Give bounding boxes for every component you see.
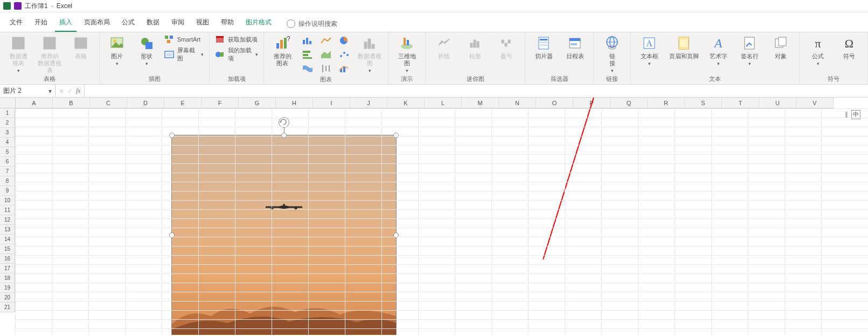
column-header[interactable]: M: [462, 98, 499, 108]
row-header[interactable]: 19: [0, 283, 15, 293]
link-button[interactable]: 链 接▾: [599, 35, 625, 73]
fx-icon[interactable]: fx: [76, 87, 81, 95]
scatter-chart-button[interactable]: [337, 49, 351, 60]
pie-chart-button[interactable]: [337, 35, 351, 46]
bar-chart-button[interactable]: [301, 49, 315, 60]
tab-insert[interactable]: 插入: [55, 16, 77, 32]
get-addins-button[interactable]: 获取加载项: [215, 35, 258, 44]
tab-formulas[interactable]: 公式: [117, 16, 139, 32]
column-header[interactable]: F: [202, 98, 239, 108]
pictures-button[interactable]: 图片▾: [105, 35, 129, 66]
row-header[interactable]: 4: [0, 138, 15, 147]
textbox-button[interactable]: A 文本框▾: [636, 35, 662, 66]
column-header[interactable]: K: [387, 98, 425, 108]
column-header[interactable]: Q: [610, 98, 648, 108]
line-chart-button[interactable]: [319, 35, 333, 46]
resize-handle-ne[interactable]: [393, 133, 399, 138]
column-header[interactable]: O: [536, 98, 573, 108]
tab-file[interactable]: 文件: [5, 16, 27, 32]
row-header[interactable]: 8: [0, 176, 15, 186]
row-header[interactable]: 15: [0, 244, 15, 254]
map-chart-button[interactable]: [301, 63, 315, 74]
column-header[interactable]: P: [573, 98, 610, 108]
resize-handle-nw[interactable]: [169, 133, 175, 138]
tab-home[interactable]: 开始: [30, 16, 52, 32]
picture-icon: [108, 35, 126, 52]
row-header[interactable]: 17: [0, 264, 15, 273]
equation-button[interactable]: π 公式▾: [805, 35, 831, 66]
row-header[interactable]: 13: [0, 225, 15, 235]
row-header[interactable]: 3: [0, 128, 15, 138]
slicer-icon: [535, 35, 552, 52]
row-header[interactable]: 6: [0, 157, 15, 167]
svg-rect-24: [280, 40, 283, 49]
name-box-dropdown-icon[interactable]: ▾: [48, 87, 52, 95]
column-header[interactable]: V: [796, 98, 834, 108]
column-header[interactable]: I: [313, 98, 350, 108]
signature-button[interactable]: 签名行▾: [737, 35, 762, 66]
symbol-button[interactable]: Ω 符号: [836, 35, 862, 60]
area-chart-button[interactable]: [319, 49, 333, 60]
row-header[interactable]: 1: [0, 108, 15, 118]
group-illustrations: 图片▾ 形状▾ SmartArt 屏幕截图▾ 插图: [100, 32, 210, 84]
column-header[interactable]: R: [648, 98, 685, 108]
smartart-button[interactable]: SmartArt: [164, 35, 200, 44]
column-header[interactable]: N: [499, 98, 536, 108]
ribbon-tabs: 文件 开始 插入 页面布局 公式 数据 审阅 视图 帮助 图片格式 操作说明搜索: [0, 12, 868, 32]
group-links-label: 链接: [606, 74, 618, 83]
my-addins-button[interactable]: 我的加载项▾: [215, 46, 258, 63]
screenshot-button[interactable]: 屏幕截图▾: [164, 46, 204, 63]
row-header[interactable]: 5: [0, 147, 15, 157]
rotate-handle[interactable]: [279, 117, 289, 128]
row-header[interactable]: 18: [0, 273, 15, 283]
column-chart-button[interactable]: [301, 35, 315, 46]
name-box[interactable]: 图片 2 ▾: [0, 85, 55, 97]
row-header[interactable]: 14: [0, 235, 15, 244]
tab-help[interactable]: 帮助: [217, 16, 238, 32]
tell-me[interactable]: 操作说明搜索: [287, 19, 337, 29]
column-header[interactable]: U: [759, 98, 796, 108]
select-all-corner[interactable]: [0, 98, 16, 108]
tab-page-layout[interactable]: 页面布局: [80, 16, 114, 32]
stock-chart-button[interactable]: [319, 63, 333, 74]
row-header[interactable]: 7: [0, 167, 15, 176]
inserted-picture[interactable]: [171, 135, 397, 335]
tab-picture-format[interactable]: 图片格式: [241, 16, 276, 32]
column-header[interactable]: J: [350, 98, 387, 108]
cell-grid[interactable]: ‖ 中: [15, 108, 868, 335]
wordart-button[interactable]: A 艺术字▾: [705, 35, 731, 66]
column-header[interactable]: H: [276, 98, 313, 108]
tab-data[interactable]: 数据: [142, 16, 164, 32]
object-button[interactable]: 对象: [768, 35, 794, 60]
pivot-table-button: 数据透 视表▾: [5, 35, 31, 73]
column-header[interactable]: B: [53, 98, 90, 108]
tab-review[interactable]: 审阅: [167, 16, 189, 32]
column-header[interactable]: C: [90, 98, 127, 108]
column-header[interactable]: G: [239, 98, 276, 108]
column-header[interactable]: A: [16, 98, 53, 108]
tab-view[interactable]: 视图: [192, 16, 213, 32]
formula-bar[interactable]: [84, 85, 868, 97]
column-header[interactable]: T: [722, 98, 759, 108]
header-footer-button[interactable]: 页眉和页脚: [668, 35, 700, 60]
map3d-button[interactable]: 三维地 图▾: [394, 35, 420, 73]
combo-chart-button[interactable]: [337, 63, 351, 74]
row-header[interactable]: 10: [0, 196, 15, 205]
column-header[interactable]: S: [685, 98, 722, 108]
resize-handle-n[interactable]: [281, 133, 287, 138]
row-header[interactable]: 12: [0, 215, 15, 225]
timeline-button[interactable]: 日程表: [562, 35, 588, 60]
row-header[interactable]: 11: [0, 205, 15, 215]
svg-rect-44: [368, 39, 371, 49]
column-header[interactable]: E: [164, 98, 202, 108]
row-header[interactable]: 21: [0, 303, 15, 312]
recommended-charts-button[interactable]: ? 推荐的 图表: [269, 35, 295, 67]
slicer-button[interactable]: 切片器: [531, 35, 557, 60]
row-header[interactable]: 9: [0, 186, 15, 196]
column-header[interactable]: D: [127, 98, 164, 108]
row-header[interactable]: 2: [0, 118, 15, 128]
shapes-button[interactable]: 形状▾: [135, 35, 159, 66]
column-header[interactable]: L: [425, 98, 462, 108]
row-header[interactable]: 20: [0, 293, 15, 303]
row-header[interactable]: 16: [0, 254, 15, 264]
